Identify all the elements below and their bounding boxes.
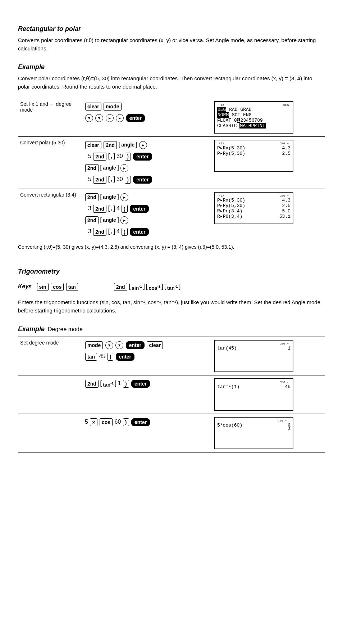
tan-key[interactable]: tan <box>85 353 97 361</box>
sec1-title: Rectangular to polar <box>18 25 81 32</box>
angle-key[interactable]: angle <box>101 164 118 172</box>
enter-key[interactable]: enter <box>126 114 145 122</box>
calc-screen-polar2: FIXDEG ← P▸Rx(5,30)4.3 P▸Ry(5,30)2.5 R▸P… <box>214 192 293 224</box>
clear-key[interactable]: clear <box>85 141 101 149</box>
atan-key[interactable]: tan-1 <box>165 283 180 291</box>
sec1-intro: Converts polar coordinates (r,θ) to rect… <box>18 36 325 53</box>
cos-key[interactable]: cos <box>100 418 113 426</box>
clear-key[interactable]: clear <box>147 341 163 349</box>
right-arrow-key[interactable]: ▸ <box>120 164 128 172</box>
calc-screen-polar1: FIXDEG ← P▸Rx(5,30)4.3 P▸Ry(5,30)2.5 <box>214 140 293 172</box>
clear-key[interactable]: clear <box>85 103 101 111</box>
fraction: 5 2 <box>288 423 291 431</box>
table-row: Set fix 1 and ↔ degree mode clear mode ▾… <box>18 98 325 137</box>
enter-key[interactable]: enter <box>131 380 150 388</box>
rparen-key[interactable]: ) <box>122 205 128 213</box>
right-arrow-key[interactable]: ▸ <box>120 216 128 224</box>
right-arrow-key[interactable]: ▸ <box>120 193 128 201</box>
comma-key[interactable]: , <box>109 205 115 213</box>
calc-screen-trig1: DEG ← tan(45)1 <box>214 340 293 372</box>
angle-key[interactable]: angle <box>101 193 118 201</box>
sec2-header: Trigonometry <box>18 268 325 275</box>
mode-key[interactable]: mode <box>104 103 121 111</box>
asin-key[interactable]: sin-1 <box>129 283 144 291</box>
rparen-key[interactable]: ) <box>122 228 128 236</box>
down-arrow-key[interactable]: ▾ <box>85 114 93 122</box>
second-key[interactable]: 2nd <box>85 216 99 224</box>
sec1-note: Converting (r,θ)=(5, 30) gives (x, y)=(4… <box>18 244 325 250</box>
comma-key[interactable]: , <box>109 176 115 184</box>
tan-key[interactable]: tan <box>66 283 78 291</box>
comma-key[interactable]: , <box>109 153 115 161</box>
table-row: 5 × cos 60 ) enter DEG ←↕ 5*cos(60) 5 2 <box>18 414 325 452</box>
comma-key[interactable]: , <box>109 228 115 236</box>
table-row: Set degree mode mode ▾ ▾ enter clear tan… <box>18 337 325 375</box>
sin-key[interactable]: sin <box>37 283 49 291</box>
rparen-key[interactable]: ) <box>123 418 129 426</box>
down-arrow-key[interactable]: ▾ <box>95 114 103 122</box>
rparen-key[interactable]: ) <box>108 353 114 361</box>
enter-key[interactable]: enter <box>131 418 150 426</box>
table-row: Convert polar (5,30) clear 2nd angle ▸ 5… <box>18 137 325 189</box>
enter-key[interactable]: enter <box>116 353 134 361</box>
calc-screen-trig2: DEG ← tan⁻¹(1)45 <box>214 378 293 411</box>
second-key[interactable]: 2nd <box>85 193 99 201</box>
rparen-key[interactable]: ) <box>125 176 131 184</box>
angle-key[interactable]: angle <box>101 216 118 224</box>
atan-key[interactable]: tan-1 <box>101 380 116 388</box>
second-key[interactable]: 2nd <box>93 228 106 236</box>
enter-key[interactable]: enter <box>133 153 152 161</box>
down-arrow-key[interactable]: ▾ <box>105 341 113 349</box>
sec2-example-label: Example Degree mode <box>18 325 325 333</box>
sec1-header: Rectangular to polar <box>18 25 325 33</box>
second-key[interactable]: 2nd <box>93 153 106 161</box>
second-key[interactable]: 2nd <box>93 205 106 213</box>
enter-key[interactable]: enter <box>130 205 148 213</box>
second-key[interactable]: 2nd <box>93 176 106 184</box>
table-row: 2nd tan-1 1 ) enter DEG ← tan⁻¹(1)45 <box>18 375 325 414</box>
enter-key[interactable]: enter <box>133 176 152 184</box>
second-key[interactable]: 2nd <box>85 164 99 172</box>
cos-key[interactable]: cos <box>51 283 64 291</box>
table-row: Convert rectangular (3,4) 2nd angle ▸ 3 … <box>18 189 325 241</box>
sec2-keys-row: Keys sin cos tan 2nd sin-1 cos-1 tan-1 <box>18 283 325 291</box>
down-arrow-key[interactable]: ▾ <box>115 341 123 349</box>
enter-key[interactable]: enter <box>130 228 148 236</box>
enter-key[interactable]: enter <box>126 341 145 349</box>
right-arrow-key[interactable]: ▸ <box>116 114 124 122</box>
second-key[interactable]: 2nd <box>114 283 127 291</box>
acos-key[interactable]: cos-1 <box>146 283 163 291</box>
rparen-key[interactable]: ) <box>125 153 131 161</box>
mode-key[interactable]: mode <box>85 341 103 349</box>
right-arrow-key[interactable]: ▸ <box>139 141 147 149</box>
rparen-key[interactable]: ) <box>123 380 129 388</box>
angle-key[interactable]: angle <box>119 141 137 149</box>
sec1-example-desc: Convert polar coordinates (r,θ)=(5, 30) … <box>18 75 325 91</box>
multiply-key[interactable]: × <box>90 418 97 426</box>
second-key[interactable]: 2nd <box>85 380 99 388</box>
sec2-desc: Enters the trigonometric functions (sin,… <box>18 298 325 315</box>
second-key[interactable]: 2nd <box>104 141 117 149</box>
calc-screen-trig3: DEG ←↕ 5*cos(60) 5 2 <box>214 417 293 449</box>
calc-screen-mode: FIXDEG DEG RAD GRAD NORM SCI ENG FLOAT 0… <box>214 101 293 134</box>
right-arrow-key[interactable]: ▸ <box>106 114 114 122</box>
sec1-example-label: Example <box>18 63 325 71</box>
sec2-table: Set degree mode mode ▾ ▾ enter clear tan… <box>18 337 325 452</box>
sec1-table: Set fix 1 and ↔ degree mode clear mode ▾… <box>18 98 325 241</box>
